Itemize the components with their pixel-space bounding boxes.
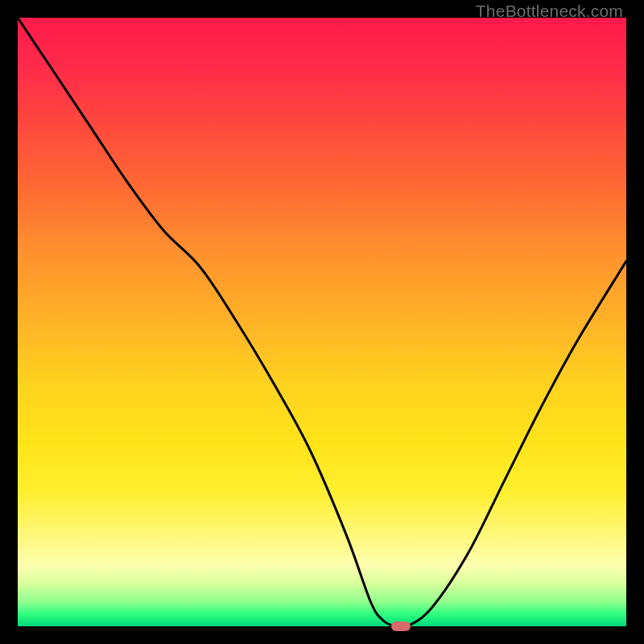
bottleneck-curve xyxy=(18,18,626,626)
watermark-text: TheBottleneck.com xyxy=(476,2,623,21)
optimum-marker xyxy=(391,621,411,631)
curve-path xyxy=(18,18,626,626)
chart-frame: TheBottleneck.com xyxy=(0,0,644,644)
